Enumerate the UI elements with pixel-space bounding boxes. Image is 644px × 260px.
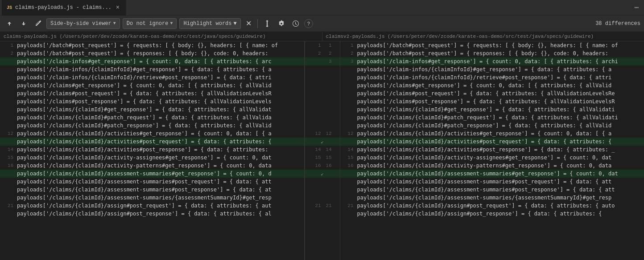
line-number xyxy=(340,210,355,218)
nav-down-button[interactable] xyxy=(18,18,29,29)
line-content: payloads['/claims/{claimId}/assessment-s… xyxy=(355,170,644,178)
viewer-mode-arrow: ▼ xyxy=(113,21,116,26)
line-number: 1 xyxy=(340,41,355,49)
table-row: payloads['/claims/{claimId}/assessment-s… xyxy=(0,170,304,178)
line-content: payloads['/claims/{claimId}/activities#p… xyxy=(355,146,644,154)
highlight-words-arrow: ▼ xyxy=(234,20,237,27)
table-row: payloads['/claims/{claimId}#patch_reques… xyxy=(340,114,644,122)
help-button[interactable]: ? xyxy=(304,19,313,28)
table-row: payloads['/claims/{claimId}/assessment-s… xyxy=(0,194,304,202)
ignore-dropdown[interactable]: Do not ignore ▼ xyxy=(123,18,177,29)
close-diff-button[interactable]: ✕ xyxy=(244,18,254,29)
active-tab[interactable]: JS claims-payloads.js - claims... × xyxy=(2,0,126,16)
line-number xyxy=(0,194,15,202)
line-number xyxy=(340,178,355,186)
line-number xyxy=(0,186,15,194)
sync-scroll-button[interactable] xyxy=(290,18,301,29)
line-content: payloads['/batch#post_request'] = { requ… xyxy=(15,41,304,49)
table-row: 12payloads['/claims/{claimId}/activities… xyxy=(0,130,304,138)
tab-more-button[interactable]: ⋯ xyxy=(631,3,642,12)
line-content: payloads['/claims/{claimId}/assign#post_… xyxy=(15,210,304,218)
center-gutter-line xyxy=(305,210,340,218)
center-right-num: 14 xyxy=(324,147,332,152)
table-row: payloads['/claims#post_response'] = { da… xyxy=(0,98,304,106)
table-row: payloads['/claim-infos/{claimInfoId}/ret… xyxy=(340,73,644,81)
line-number: 12 xyxy=(0,130,15,138)
line-number xyxy=(340,81,355,89)
line-number xyxy=(340,98,355,106)
table-row: payloads['/claims#post_request'] = { dat… xyxy=(0,89,304,98)
line-content: payloads['/claim-infos#get_response'] = … xyxy=(355,57,644,65)
table-row: 3payloads['/claim-infos#get_response'] =… xyxy=(340,57,644,65)
line-content: payloads['/claims/{claimId}/assessment-s… xyxy=(15,178,304,186)
center-gutter-line xyxy=(305,81,340,89)
table-row: payloads['/claim-infos/{claimInfoId}/ret… xyxy=(0,73,304,81)
table-row: payloads['/claims#post_request'] = { dat… xyxy=(340,89,644,98)
edit-button[interactable] xyxy=(32,18,44,29)
tab-bar: JS claims-payloads.js - claims... × ⋯ xyxy=(0,0,644,16)
table-row: payloads['/claim-infos#get_response'] = … xyxy=(0,57,304,65)
table-row: 21payloads['/claims/{claimId}/assign#pos… xyxy=(340,202,644,210)
left-diff-pane[interactable]: 1payloads['/batch#post_request'] = { req… xyxy=(0,41,305,260)
line-content: payloads['/claims/{claimId}#patch_respon… xyxy=(15,122,304,130)
table-row: payloads['/claim-infos/{claimInfoId}#get… xyxy=(340,65,644,73)
line-number xyxy=(0,89,15,98)
table-row: 2payloads['/batch#post_request'] = { res… xyxy=(340,49,644,57)
center-right-num: 15 xyxy=(324,155,332,160)
swap-button[interactable] xyxy=(261,18,273,29)
table-row: payloads['/claims/{claimId}/assessment-s… xyxy=(0,186,304,194)
tab-label: claims-payloads.js - claims... xyxy=(15,4,111,11)
table-row: payloads['/claims/{claimId}#get_response… xyxy=(0,106,304,114)
table-row: 1payloads['/batch#post_request'] = { req… xyxy=(0,41,304,49)
viewer-mode-dropdown[interactable]: Side-by-side viewer ▼ xyxy=(46,18,120,29)
settings-button[interactable] xyxy=(276,18,287,29)
tab-close-button[interactable]: × xyxy=(114,4,121,11)
table-row: 2payloads['/batch#post_request'] = { res… xyxy=(0,49,304,57)
line-content: payloads['/claims/{claimId}#get_response… xyxy=(15,106,304,114)
line-number xyxy=(340,114,355,122)
line-content: payloads['/claims/{claimId}/activities#p… xyxy=(355,138,644,146)
line-content: payloads['/claims#post_request'] = { dat… xyxy=(15,89,304,98)
table-row: payloads['/claims/{claimId}/assessment-s… xyxy=(340,194,644,202)
line-number: 1 xyxy=(0,41,15,49)
line-number xyxy=(0,138,15,146)
line-number xyxy=(340,170,355,178)
line-number: 3 xyxy=(340,57,355,65)
center-right-num: 21 xyxy=(324,203,332,208)
table-row: 21payloads['/claims/{claimId}/assign#pos… xyxy=(0,202,304,210)
center-left-num: 14 xyxy=(313,147,321,152)
line-number: 21 xyxy=(0,202,15,210)
ignore-arrow: ▼ xyxy=(170,21,173,26)
line-number: 2 xyxy=(340,49,355,57)
right-lines: 1payloads['/batch#post_request'] = { req… xyxy=(340,41,644,218)
line-content: payloads['/claims/{claimId}/activities#p… xyxy=(15,138,304,146)
line-number: 15 xyxy=(0,154,15,162)
center-gutter-line xyxy=(305,178,340,186)
center-gutter-line xyxy=(305,73,340,81)
nav-up-button[interactable] xyxy=(4,18,15,29)
left-file-path: claims-payloads.js (/Users/peter/dev/zco… xyxy=(0,32,322,41)
center-left-num: 2 xyxy=(313,51,321,56)
line-content: payloads['/claims/{claimId}/assessment-s… xyxy=(15,194,304,202)
line-content: payloads['/claims/{claimId}/assessment-s… xyxy=(355,186,644,194)
diff-icon: ↙ xyxy=(321,171,324,177)
center-left-num: 15 xyxy=(313,155,321,160)
table-row: payloads['/claims#post_response'] = { da… xyxy=(340,98,644,106)
center-gutter-line: 2121 xyxy=(305,202,340,210)
line-content: payloads['/claims#post_response'] = { da… xyxy=(355,98,644,106)
table-row: payloads['/claims/{claimId}#patch_reques… xyxy=(0,114,304,122)
line-content: payloads['/claims/{claimId}/activity-pat… xyxy=(355,162,644,170)
table-row: 1payloads['/batch#post_request'] = { req… xyxy=(340,41,644,49)
table-row: 15payloads['/claims/{claimId}/activity-a… xyxy=(0,154,304,162)
highlight-words-label: Highlight words xyxy=(183,20,231,27)
table-row: payloads['/claims#get_response'] = { cou… xyxy=(0,81,304,89)
line-number: 16 xyxy=(340,162,355,170)
table-row: 15payloads['/claims/{claimId}/activity-a… xyxy=(340,154,644,162)
line-number: 14 xyxy=(0,146,15,154)
line-number xyxy=(340,186,355,194)
right-diff-pane[interactable]: 1payloads['/batch#post_request'] = { req… xyxy=(340,41,644,260)
center-gutter-line xyxy=(305,194,340,202)
highlight-words-button[interactable]: Highlight words ▼ xyxy=(179,18,240,29)
center-gutter-line: 3 xyxy=(305,57,340,65)
line-number xyxy=(0,114,15,122)
